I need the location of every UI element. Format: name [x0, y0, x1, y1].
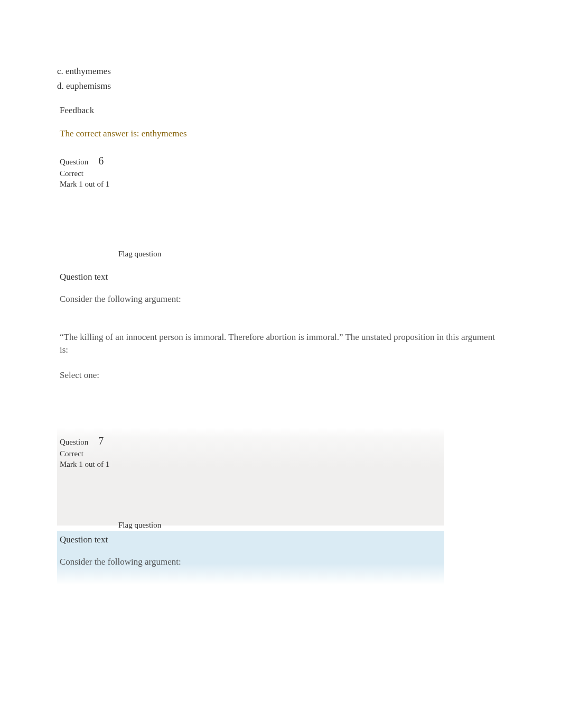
- question-mark: Mark 1 out of 1: [60, 460, 444, 469]
- question-mark: Mark 1 out of 1: [60, 180, 501, 189]
- answer-option-c: c. enthymemes: [57, 66, 501, 77]
- question-status: Correct: [60, 449, 444, 458]
- question-label: Question: [60, 438, 88, 446]
- question-label: Question: [60, 158, 88, 166]
- answer-option-d: d. euphemisms: [57, 81, 501, 91]
- flag-question-link[interactable]: Flag question: [118, 521, 444, 530]
- question-body: “The killing of an innocent person is im…: [60, 331, 501, 356]
- select-one-label: Select one:: [60, 370, 501, 381]
- question-intro: Consider the following argument:: [60, 294, 501, 305]
- question-number: 6: [98, 155, 104, 167]
- question-meta-6: Question 6 Correct Mark 1 out of 1: [60, 155, 501, 189]
- question-number: 7: [98, 435, 104, 447]
- feedback-heading: Feedback: [60, 105, 501, 116]
- flag-question-link[interactable]: Flag question: [118, 250, 501, 259]
- question-text-heading: Question text: [60, 272, 501, 282]
- question-status: Correct: [60, 169, 501, 178]
- question-7-body-block: Question text Consider the following arg…: [57, 531, 444, 585]
- question-text-heading: Question text: [60, 535, 444, 545]
- question-meta-7-block: Question 7 Correct Mark 1 out of 1 Flag …: [57, 428, 444, 526]
- feedback-text: The correct answer is: enthymemes: [60, 128, 501, 139]
- question-intro: Consider the following argument:: [60, 557, 444, 567]
